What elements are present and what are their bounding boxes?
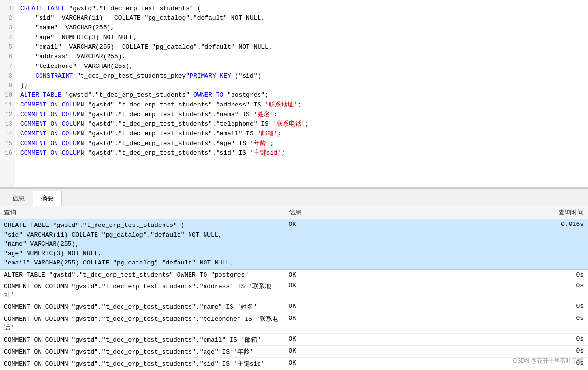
code-line: COMMENT ON COLUMN "gwstd"."t_dec_erp_tes… xyxy=(20,119,583,129)
code-line: COMMENT ON COLUMN "gwstd"."t_dec_erp_tes… xyxy=(20,110,583,119)
line-number: 3 xyxy=(3,23,12,33)
code-token: ; xyxy=(270,139,274,148)
code-token: "telephone" VARCHAR(255), xyxy=(20,62,133,71)
line-number: 8 xyxy=(3,71,12,81)
time-cell: 0.016s xyxy=(401,219,588,270)
code-token: ; xyxy=(298,100,301,110)
code-token: "sid" VARCHAR(11) COLLATE "pg_catalog"."… xyxy=(20,13,265,23)
line-number: 11 xyxy=(3,100,12,110)
line-number: 2 xyxy=(3,13,12,23)
info-cell: OK xyxy=(285,219,401,270)
code-token: "address" VARCHAR(255), xyxy=(20,52,125,62)
time-cell: 0s xyxy=(401,313,588,333)
tab-摘要[interactable]: 摘要 xyxy=(33,191,62,206)
code-line: COMMENT ON COLUMN "gwstd"."t_dec_erp_tes… xyxy=(20,129,583,139)
code-token: "gwstd"."t_dec_erp_test_students"."addre… xyxy=(88,100,265,110)
query-cell: COMMENT ON COLUMN "gwstd"."t_dec_erp_tes… xyxy=(0,301,285,313)
code-token: COMMENT ON COLUMN xyxy=(20,129,88,139)
line-number: 10 xyxy=(3,91,12,100)
tab-信息[interactable]: 信息 xyxy=(4,191,33,206)
code-token: CONSTRAINT xyxy=(35,71,73,81)
code-token: '年龄' xyxy=(250,139,270,148)
code-token: "gwstd"."t_dec_erp_test_students"."sid" … xyxy=(88,148,249,158)
query-cell: CREATE TABLE "gwstd"."t_dec_erp_test_stu… xyxy=(0,219,285,270)
code-token: CREATE TABLE xyxy=(20,4,69,13)
table-body: CREATE TABLE "gwstd"."t_dec_erp_test_stu… xyxy=(0,219,588,370)
line-number: 1 xyxy=(3,4,12,13)
code-token: '主键sid' xyxy=(250,148,281,158)
code-line: ALTER TABLE "gwstd"."t_dec_erp_test_stud… xyxy=(20,91,583,100)
code-token: "gwstd"."t_dec_erp_test_students"."age" … xyxy=(88,139,249,148)
line-number: 16 xyxy=(3,148,12,158)
column-header-0: 查询 xyxy=(0,206,285,219)
time-cell: 0s xyxy=(401,345,588,357)
code-token: ALTER TABLE xyxy=(20,91,66,100)
time-cell: 0s xyxy=(401,280,588,301)
column-header-2: 查询时间 xyxy=(401,206,588,219)
code-token: "t_dec_erp_test_students_pkey" xyxy=(73,71,190,81)
query-cell: COMMENT ON COLUMN "gwstd"."t_dec_erp_tes… xyxy=(0,280,285,301)
code-token: COMMENT ON COLUMN xyxy=(20,110,88,119)
code-token: "gwstd"."t_dec_erp_test_students"."name"… xyxy=(88,110,253,119)
line-number: 6 xyxy=(3,52,12,62)
code-token: ; xyxy=(273,110,277,119)
code-line: ); xyxy=(20,81,583,91)
query-cell: COMMENT ON COLUMN "gwstd"."t_dec_erp_tes… xyxy=(0,357,285,370)
time-cell: 0s xyxy=(401,333,588,345)
code-token: PRIMARY KEY xyxy=(190,71,231,81)
query-cell: COMMENT ON COLUMN "gwstd"."t_dec_erp_tes… xyxy=(0,345,285,357)
info-cell: OK xyxy=(285,269,401,280)
code-line: CONSTRAINT "t_dec_erp_test_students_pkey… xyxy=(20,71,583,81)
table-row[interactable]: COMMENT ON COLUMN "gwstd"."t_dec_erp_tes… xyxy=(0,333,588,345)
line-number: 7 xyxy=(3,62,12,71)
line-numbers: 12345678910111213141516 xyxy=(0,0,15,187)
tabs-bar: 信息摘要 xyxy=(0,189,588,206)
results-table: 查询信息查询时间 CREATE TABLE "gwstd"."t_dec_erp… xyxy=(0,206,588,370)
code-token: ("sid") xyxy=(231,71,261,81)
table-row[interactable]: CREATE TABLE "gwstd"."t_dec_erp_test_stu… xyxy=(0,219,588,270)
table-row[interactable]: COMMENT ON COLUMN "gwstd"."t_dec_erp_tes… xyxy=(0,301,588,313)
code-token: ); xyxy=(20,81,28,91)
line-number: 15 xyxy=(3,139,12,148)
code-token: COMMENT ON COLUMN xyxy=(20,119,88,129)
column-header-1: 信息 xyxy=(285,206,401,219)
line-number: 12 xyxy=(3,110,12,119)
code-line: "sid" VARCHAR(11) COLLATE "pg_catalog"."… xyxy=(20,13,583,23)
code-line: "age" NUMERIC(3) NOT NULL, xyxy=(20,33,583,42)
line-number: 13 xyxy=(3,119,12,129)
code-line: "address" VARCHAR(255), xyxy=(20,52,583,62)
code-token: '邮箱' xyxy=(258,129,278,139)
info-cell: OK xyxy=(285,333,401,345)
time-cell: 0s xyxy=(401,269,588,280)
code-line: CREATE TABLE "gwstd"."t_dec_erp_test_stu… xyxy=(20,4,583,13)
line-number: 14 xyxy=(3,129,12,139)
code-token xyxy=(20,71,35,81)
code-token: "postgres"; xyxy=(223,91,269,100)
code-token: "age" NUMERIC(3) NOT NULL, xyxy=(20,33,137,42)
info-cell: OK xyxy=(285,345,401,357)
table-row[interactable]: COMMENT ON COLUMN "gwstd"."t_dec_erp_tes… xyxy=(0,280,588,301)
results-table-wrapper[interactable]: 查询信息查询时间 CREATE TABLE "gwstd"."t_dec_erp… xyxy=(0,206,588,370)
info-cell: OK xyxy=(285,280,401,301)
code-token: COMMENT ON COLUMN xyxy=(20,148,88,158)
line-number: 5 xyxy=(3,42,12,52)
code-token: '联系电话' xyxy=(273,119,305,129)
code-line: "name" VARCHAR(255), xyxy=(20,23,583,33)
info-cell: OK xyxy=(285,313,401,333)
table-header: 查询信息查询时间 xyxy=(0,206,588,219)
info-cell: OK xyxy=(285,301,401,313)
query-cell: COMMENT ON COLUMN "gwstd"."t_dec_erp_tes… xyxy=(0,333,285,345)
table-row[interactable]: ALTER TABLE "gwstd"."t_dec_erp_test_stud… xyxy=(0,269,588,280)
code-token: "gwstd"."t_dec_erp_test_students" xyxy=(66,91,193,100)
table-row[interactable]: COMMENT ON COLUMN "gwstd"."t_dec_erp_tes… xyxy=(0,345,588,357)
bottom-panel: 信息摘要 查询信息查询时间 CREATE TABLE "gwstd"."t_de… xyxy=(0,188,588,370)
table-row[interactable]: COMMENT ON COLUMN "gwstd"."t_dec_erp_tes… xyxy=(0,357,588,370)
code-token: "gwstd"."t_dec_erp_test_students" ( xyxy=(69,4,201,13)
code-content[interactable]: CREATE TABLE "gwstd"."t_dec_erp_test_stu… xyxy=(15,0,588,187)
code-token: "gwstd"."t_dec_erp_test_students"."telep… xyxy=(88,119,272,129)
code-token: ; xyxy=(281,148,285,158)
code-token: "email" VARCHAR(255) COLLATE "pg_catalog… xyxy=(20,42,273,52)
code-line: COMMENT ON COLUMN "gwstd"."t_dec_erp_tes… xyxy=(20,100,583,110)
table-row[interactable]: COMMENT ON COLUMN "gwstd"."t_dec_erp_tes… xyxy=(0,313,588,333)
line-number: 4 xyxy=(3,33,12,42)
